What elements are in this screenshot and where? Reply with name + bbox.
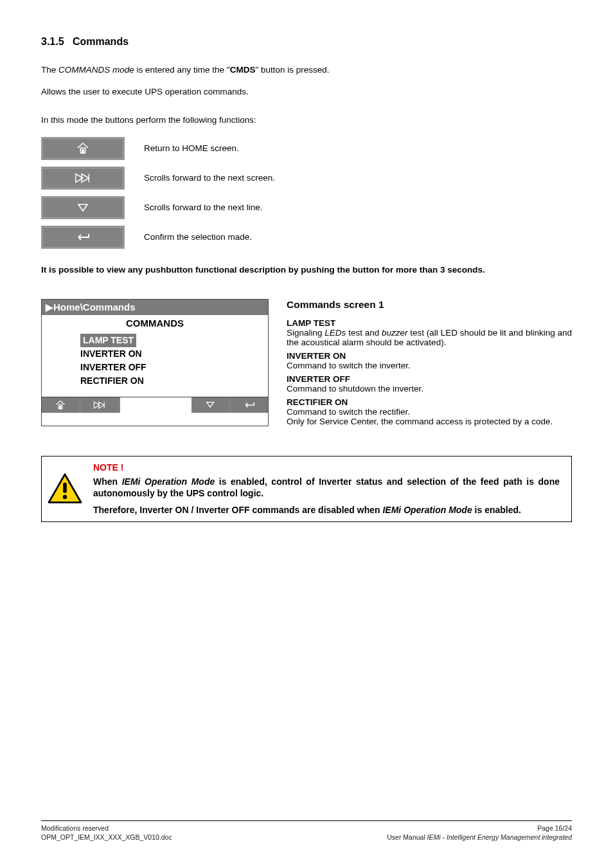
svg-rect-4 [63,483,67,493]
section-title-text: Commands [73,36,129,47]
toolbar-down-icon[interactable] [191,397,231,413]
home-button-icon [41,137,125,160]
note-box: NOTE ! When IEMi Operation Mode is enabl… [41,456,572,522]
footer-right-2: User Manual IEMi - Intelligent Energy Ma… [387,833,572,842]
footer-left-2: OPM_OPT_IEM_IXX_XXX_XGB_V010.doc [41,833,172,842]
next-line-button-desc: Scrolls forward to the next line. [144,203,263,212]
confirm-button-desc: Confirm the selection made. [144,232,252,242]
footer-left-1: Modifications reserved [41,824,172,833]
note-p1: When IEMi Operation Mode is enabled, con… [93,476,560,498]
lcd-title: COMMANDS [42,315,268,334]
toolbar-spacer [120,397,191,413]
svg-rect-3 [60,406,61,408]
next-screen-button-icon [41,167,125,190]
svg-point-5 [63,495,67,499]
lcd-body: LAMP TEST INVERTER ON INVERTER OFF RECTI… [42,334,268,397]
toolbar-home-icon[interactable] [42,397,81,413]
section-number: 3.1.5 [41,36,64,47]
lcd-item[interactable]: RECTIFIER ON [80,375,144,386]
confirm-button-icon [41,226,125,249]
intro-line-2: Allows the user to execute UPS operation… [41,86,572,98]
lcd-screen: ▶Home\Commands COMMANDS LAMP TEST INVERT… [41,299,269,426]
note-title: NOTE ! [93,462,560,473]
intro-line-1: The COMMANDS mode is entered any time th… [41,64,572,76]
toolbar-enter-icon[interactable] [231,397,268,413]
svg-rect-1 [82,149,84,152]
description-column: Commands screen 1 LAMP TEST Signaling LE… [287,299,572,426]
note-p2: Therefore, Inverter ON / Inverter OFF co… [93,505,521,515]
desc-rect-p2: Only for Service Center, the command acc… [287,417,572,426]
desc-rect-p1: Command to switch the rectifier. [287,407,572,417]
hint-text: It is possible to view any pushbutton fu… [41,264,572,276]
lcd-breadcrumb: ▶Home\Commands [42,300,268,315]
warning-icon [47,471,83,507]
desc-rect-h: RECTIFIER ON [287,397,572,407]
desc-lamp-h: LAMP TEST [287,318,572,328]
next-line-button-icon [41,196,125,219]
next-screen-button-desc: Scrolls forward to the next screen. [144,173,275,183]
desc-lamp-p: Signaling LEDs test and buzzer test (all… [287,328,572,347]
lcd-toolbar [42,397,268,413]
lcd-item-selected[interactable]: LAMP TEST [80,334,136,347]
section-heading: 3.1.5 Commands [41,36,572,48]
desc-invoff-h: INVERTER OFF [287,374,572,384]
desc-invon-h: INVERTER ON [287,351,572,361]
desc-invoff-p: Command to shutdown the inverter. [287,384,572,393]
intro-line-3: In this mode the buttons perform the fol… [41,114,572,126]
footer-right-1: Page 16/24 [537,824,572,833]
home-button-desc: Return to HOME screen. [144,143,239,153]
lcd-item[interactable]: INVERTER ON [80,348,142,359]
toolbar-next-screen-icon[interactable] [81,397,120,413]
desc-heading: Commands screen 1 [287,299,572,311]
lcd-item[interactable]: INVERTER OFF [80,362,147,372]
desc-invon-p: Command to switch the inverter. [287,361,572,370]
note-text: NOTE ! When IEMi Operation Mode is enabl… [93,462,560,516]
page-footer: Modifications reserved OPM_OPT_IEM_IXX_X… [41,820,572,842]
